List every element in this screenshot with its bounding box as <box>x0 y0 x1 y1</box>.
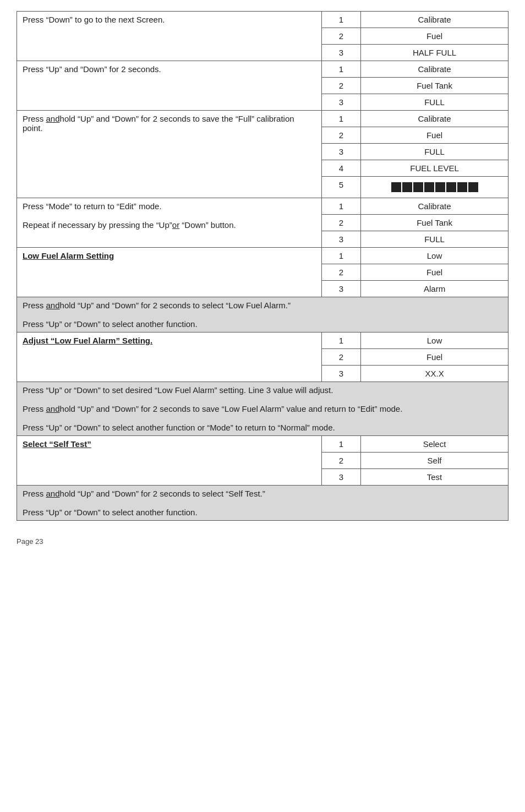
line-number: 1 <box>321 248 360 264</box>
line-number: 4 <box>321 160 360 177</box>
line-number: 5 <box>321 177 360 198</box>
line-number: 3 <box>321 366 360 382</box>
display-value: Calibrate <box>361 12 508 28</box>
page-number: Page 23 <box>17 537 508 546</box>
section-heading: Adjust “Low Fuel Alarm” Setting. <box>23 336 152 345</box>
display-value: Calibrate <box>361 198 508 215</box>
display-value: FULL <box>361 144 508 160</box>
line-number: 2 <box>321 78 360 94</box>
display-value: XX.X <box>361 366 508 382</box>
line-number: 1 <box>321 198 360 215</box>
display-value: Fuel Tank <box>361 78 508 94</box>
line-number: 2 <box>321 127 360 144</box>
line-number: 2 <box>321 453 360 469</box>
display-value: Calibrate <box>361 111 508 127</box>
desc-cell-row-adjust-low-fuel-desc: Press “Up” or “Down” to set desired “Low… <box>17 382 508 436</box>
line-number: 2 <box>321 28 360 45</box>
fuel-bar-block <box>435 182 445 192</box>
display-value <box>361 177 508 198</box>
display-value: FUEL LEVEL <box>361 160 508 177</box>
fuel-bar-block <box>402 182 412 192</box>
fuel-bar-block <box>446 182 456 192</box>
line-number: 1 <box>321 436 360 453</box>
display-value: FULL <box>361 94 508 111</box>
desc-cell-row-low-fuel-alarm-select: Press andhold “Up” and “Down” for 2 seco… <box>17 297 508 333</box>
display-value: Select <box>361 436 508 453</box>
fuel-bar-block <box>413 182 423 192</box>
display-value: Calibrate <box>361 61 508 78</box>
line-number: 1 <box>321 61 360 78</box>
desc-cell-row-mode-return: Press “Mode” to return to “Edit” mode.Re… <box>17 198 322 248</box>
display-value: Fuel Tank <box>361 215 508 231</box>
fuel-bar-block <box>424 182 434 192</box>
display-value: Fuel <box>361 264 508 281</box>
section-heading: Select “Self Test” <box>23 439 91 449</box>
line-number: 3 <box>321 94 360 111</box>
line-number: 2 <box>321 264 360 281</box>
line-number: 2 <box>321 215 360 231</box>
line-number: 1 <box>321 333 360 349</box>
fuel-bar-block <box>391 182 401 192</box>
desc-cell-row-adjust-low-fuel: Adjust “Low Fuel Alarm” Setting. <box>17 333 322 382</box>
desc-cell-row-press-hold-full: Press andhold “Up” and “Down” for 2 seco… <box>17 111 322 198</box>
display-value: FULL <box>361 231 508 248</box>
fuel-bar-block <box>468 182 478 192</box>
line-number: 1 <box>321 111 360 127</box>
display-value: Fuel <box>361 28 508 45</box>
section-heading: Low Fuel Alarm Setting <box>23 251 114 260</box>
desc-cell-row-press-down: Press “Down” to go to the next Screen. <box>17 12 322 61</box>
line-number: 3 <box>321 45 360 61</box>
desc-cell-row-select-self-test: Select “Self Test” <box>17 436 322 486</box>
display-value: Test <box>361 469 508 486</box>
line-number: 2 <box>321 349 360 366</box>
line-number: 3 <box>321 144 360 160</box>
line-number: 3 <box>321 281 360 297</box>
instruction-table: Press “Down” to go to the next Screen.1C… <box>17 11 508 521</box>
display-value: Low <box>361 333 508 349</box>
fuel-bar-block <box>457 182 467 192</box>
line-number: 3 <box>321 469 360 486</box>
desc-cell-row-self-test-desc: Press andhold “Up” and “Down” for 2 seco… <box>17 486 508 521</box>
display-value: Fuel <box>361 127 508 144</box>
desc-cell-row-press-up-down-2sec: Press “Up” and “Down” for 2 seconds. <box>17 61 322 111</box>
fuel-level-bar <box>367 180 502 194</box>
line-number: 1 <box>321 12 360 28</box>
display-value: HALF FULL <box>361 45 508 61</box>
display-value: Self <box>361 453 508 469</box>
desc-cell-row-low-fuel-alarm-setting: Low Fuel Alarm Setting <box>17 248 322 297</box>
display-value: Low <box>361 248 508 264</box>
display-value: Fuel <box>361 349 508 366</box>
display-value: Alarm <box>361 281 508 297</box>
line-number: 3 <box>321 231 360 248</box>
